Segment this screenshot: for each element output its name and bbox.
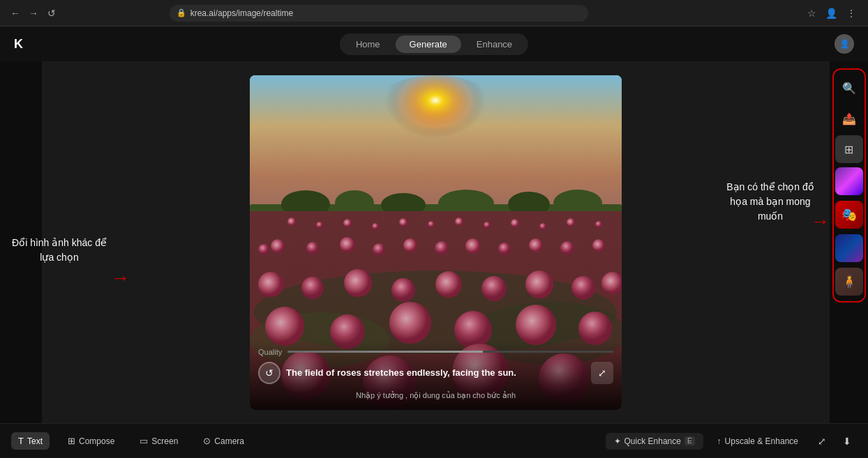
secure-icon: 🔒	[177, 8, 186, 17]
quick-enhance-kbd: E	[684, 436, 695, 445]
search-icon-button[interactable]: 🔍	[835, 74, 863, 102]
image-container: Quality ↺ The field of roses stretches e…	[250, 75, 622, 410]
arrow-left: →	[110, 267, 130, 289]
text-icon: T	[18, 436, 24, 446]
right-toolbar: ✦ Quick Enhance E ↑ Upscale & Enhance ⤢ …	[606, 432, 857, 451]
tab-enhance[interactable]: Enhance	[463, 36, 526, 53]
menu-button[interactable]: ⋮	[843, 5, 860, 22]
content-area: Quality ↺ The field of roses stretches e…	[0, 61, 868, 423]
enhance-button[interactable]: ⤢	[591, 362, 613, 384]
user-avatar[interactable]: 👤	[835, 34, 854, 54]
forward-button[interactable]: →	[27, 6, 40, 20]
tool-screen[interactable]: ▭ Screen	[133, 432, 185, 450]
screen-icon: ▭	[140, 436, 148, 446]
reload-button[interactable]: ↺	[45, 6, 59, 20]
tool-camera-label: Camera	[214, 436, 244, 446]
upscale-button[interactable]: ↑ Upscale & Enhance	[709, 433, 807, 450]
compose-icon: ⊞	[68, 436, 75, 446]
right-sidebar: 🔍 📤 ⊞ 🎭 🧍	[830, 61, 868, 423]
style-thumb-2[interactable]: 🎭	[835, 201, 863, 229]
tool-screen-label: Screen	[151, 436, 178, 446]
style-thumb-3[interactable]	[835, 234, 863, 262]
canvas-area: Quality ↺ The field of roses stretches e…	[42, 61, 830, 423]
quick-enhance-icon: ✦	[614, 436, 621, 446]
quick-enhance-button[interactable]: ✦ Quick Enhance E	[606, 433, 703, 450]
app-container: K Home Generate Enhance 👤	[0, 26, 868, 458]
tool-text-label: Text	[27, 436, 43, 446]
address-bar[interactable]: 🔒 krea.ai/apps/image/realtime	[170, 5, 588, 22]
arrow-right: →	[810, 211, 830, 233]
browser-chrome: ← → ↺ 🔒 krea.ai/apps/image/realtime ☆ 👤 …	[0, 0, 868, 26]
download-button[interactable]: ⬇	[837, 432, 857, 451]
annotation-left: Đổi hình ảnh khác để lựa chọn	[10, 236, 108, 265]
annotation-right: Bạn có thể chọn đồ họa mà bạn mong muốn	[721, 180, 819, 224]
url-text: krea.ai/apps/image/realtime	[190, 8, 293, 18]
quality-bar: Quality	[258, 348, 613, 356]
browser-nav: ← → ↺	[8, 6, 59, 20]
quality-progress	[287, 351, 613, 353]
share-icon-button[interactable]: 📤	[835, 105, 863, 132]
style-thumb-1[interactable]	[835, 167, 863, 195]
svg-point-1	[352, 75, 519, 201]
tab-generate[interactable]: Generate	[396, 36, 461, 53]
right-sidebar-inner: 🔍 📤 ⊞ 🎭 🧍	[832, 68, 866, 303]
tab-home[interactable]: Home	[342, 36, 394, 53]
tool-text[interactable]: T Text	[11, 432, 50, 450]
camera-icon: ⊙	[203, 436, 211, 446]
style-thumb-4[interactable]: 🧍	[835, 268, 863, 296]
back-button[interactable]: ←	[8, 6, 22, 20]
bottom-toolbar: T Text ⊞ Compose ▭ Screen ⊙ Camera ✦ Qui…	[0, 423, 868, 458]
prompt-row: ↺ The field of roses stretches endlessly…	[258, 362, 613, 384]
expand-button[interactable]: ⤢	[812, 432, 832, 451]
upscale-label: Upscale & Enhance	[725, 436, 798, 446]
nav-tabs: Home Generate Enhance	[340, 33, 528, 55]
grid-icon-button[interactable]: ⊞	[835, 135, 863, 163]
quick-enhance-label: Quick Enhance	[624, 436, 681, 446]
profile-button[interactable]: 👤	[823, 5, 840, 22]
tool-compose[interactable]: ⊞ Compose	[61, 432, 121, 450]
upscale-icon: ↑	[717, 436, 721, 446]
top-nav: K Home Generate Enhance 👤	[0, 26, 868, 61]
quality-fill	[287, 351, 483, 353]
hint-text: Nhập ý tưởng , nội dung của bạn cho bức …	[258, 388, 613, 403]
tool-compose-label: Compose	[79, 436, 114, 446]
quality-label: Quality	[258, 348, 282, 356]
tool-camera[interactable]: ⊙ Camera	[196, 432, 251, 450]
prompt-text: The field of roses stretches endlessly, …	[286, 367, 585, 378]
krea-logo: K	[14, 37, 24, 52]
refresh-button[interactable]: ↺	[258, 362, 280, 384]
prompt-overlay: Quality ↺ The field of roses stretches e…	[250, 341, 622, 410]
browser-actions: ☆ 👤 ⋮	[804, 5, 860, 22]
bookmark-button[interactable]: ☆	[804, 5, 821, 22]
